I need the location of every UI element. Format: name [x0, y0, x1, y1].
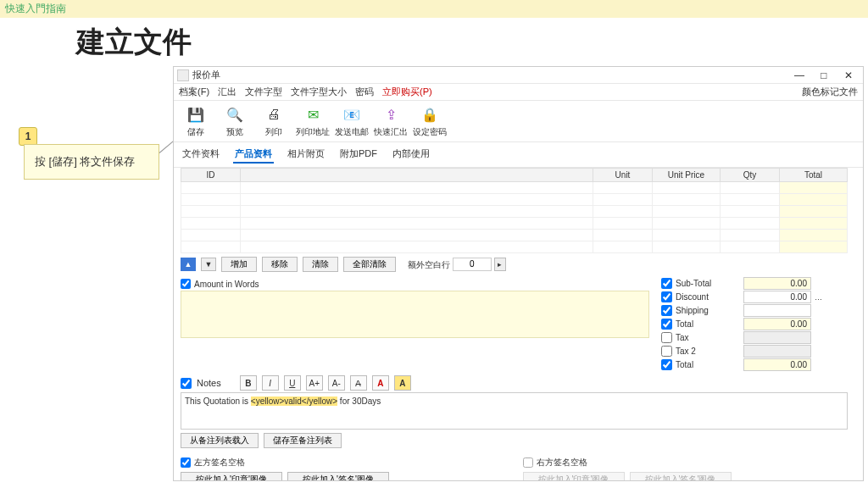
- amount-words-checkbox[interactable]: [181, 279, 191, 289]
- left-signature-panel: 左方签名空格 按此加入'印章'图像 按此加入'签名'图像 移除 移除 Date …: [181, 455, 506, 480]
- shipping-value[interactable]: [743, 304, 811, 317]
- minimize-button[interactable]: —: [788, 69, 810, 81]
- col-total: Total: [780, 169, 848, 182]
- print-address-button[interactable]: ✉ 列印地址: [296, 104, 330, 138]
- app-window: 报价单 — □ ✕ 档案(F) 汇出 文件字型 文件字型大小 密码 立即购买(P…: [173, 66, 864, 481]
- subtotal-label: Sub-Total: [676, 279, 740, 288]
- right-sig-check[interactable]: 右方签名空格: [523, 457, 849, 469]
- callout-1-badge: 1: [19, 127, 37, 146]
- table-row[interactable]: [181, 241, 848, 253]
- color-red-button[interactable]: A: [372, 375, 389, 391]
- total1-value: 0.00: [743, 318, 811, 330]
- extra-rows-stepper[interactable]: ▸: [494, 258, 506, 271]
- table-row[interactable]: [181, 218, 848, 230]
- add-row-button[interactable]: 增加: [221, 257, 257, 272]
- total2-checkbox[interactable]: [661, 359, 672, 370]
- clear-all-button[interactable]: 全部清除: [343, 257, 396, 272]
- font-inc-button[interactable]: A+: [306, 375, 323, 391]
- tab-document[interactable]: 文件资料: [181, 146, 221, 164]
- shipping-label: Shipping: [676, 306, 740, 315]
- tab-product[interactable]: 产品资料: [233, 146, 274, 164]
- table-row[interactable]: [181, 206, 848, 218]
- line-items-table[interactable]: ID Unit Unit Price Qty Total: [181, 168, 848, 253]
- subtotal-checkbox[interactable]: [661, 278, 672, 289]
- tax-checkbox[interactable]: [661, 332, 672, 343]
- tax2-label: Tax 2: [676, 347, 740, 356]
- print-button[interactable]: 🖨 列印: [257, 104, 291, 138]
- tabs: 文件资料 产品资料 相片附页 附加PDF 内部使用: [174, 142, 863, 168]
- print-label: 列印: [265, 126, 282, 138]
- notes-text-hl: <yellow>valid</yellow>: [251, 396, 337, 406]
- tax2-value[interactable]: [743, 345, 811, 358]
- table-row[interactable]: [181, 194, 848, 206]
- tax-value[interactable]: [743, 331, 811, 344]
- col-qty: Qty: [721, 169, 780, 182]
- table-row[interactable]: [181, 230, 848, 241]
- total2-label: Total: [676, 360, 740, 369]
- set-password-button[interactable]: 🔒 设定密码: [413, 104, 447, 138]
- tab-internal[interactable]: 内部使用: [391, 146, 431, 164]
- underline-button[interactable]: U: [284, 375, 301, 391]
- menu-font[interactable]: 文件字型: [245, 86, 282, 98]
- right-sig-label: 右方签名空格: [537, 457, 587, 469]
- menu-file[interactable]: 档案(F): [179, 86, 209, 98]
- extra-rows-input[interactable]: [453, 258, 492, 271]
- left-stamp-button[interactable]: 按此加入'印章'图像: [181, 472, 282, 480]
- move-up-button[interactable]: ▲: [181, 258, 196, 271]
- left-sig-check[interactable]: 左方签名空格: [181, 457, 506, 469]
- right-sig-checkbox[interactable]: [523, 458, 533, 468]
- amount-words-label: Amount in Words: [194, 280, 259, 289]
- discount-checkbox[interactable]: [661, 291, 672, 302]
- col-unitprice: Unit Price: [653, 169, 721, 182]
- clear-row-button[interactable]: 清除: [303, 257, 338, 272]
- save-icon: 💾: [186, 104, 206, 125]
- left-sign-button[interactable]: 按此加入'签名'图像: [287, 472, 389, 480]
- shipping-checkbox[interactable]: [661, 305, 672, 316]
- notes-toolbar: Notes B I U A+ A- A̶ A A: [181, 375, 848, 391]
- amount-words-check[interactable]: Amount in Words: [181, 279, 649, 289]
- strike-button[interactable]: A̶: [350, 375, 367, 391]
- page-title: 建立文件: [0, 18, 868, 65]
- toolbar: 💾 儲存 🔍 预览 🖨 列印 ✉ 列印地址 📧 发送电邮 ⇪ 快速汇出 🔒 设定…: [174, 101, 863, 142]
- addr-label: 列印地址: [296, 126, 330, 138]
- menu-password[interactable]: 密码: [355, 86, 374, 98]
- total1-checkbox[interactable]: [661, 319, 672, 330]
- tab-pdf[interactable]: 附加PDF: [338, 146, 379, 164]
- notes-label: Notes: [197, 378, 221, 388]
- print-icon: 🖨: [264, 104, 284, 125]
- amount-words-box[interactable]: [181, 291, 649, 338]
- quick-label: 快速汇出: [374, 126, 408, 138]
- guide-banner: 快速入門指南: [0, 0, 868, 18]
- preview-button[interactable]: 🔍 预览: [218, 104, 252, 138]
- font-dec-button[interactable]: A-: [328, 375, 345, 391]
- highlight-button[interactable]: A: [394, 375, 411, 391]
- save-notes-button[interactable]: 儲存至备注列表: [264, 433, 342, 448]
- close-button[interactable]: ✕: [837, 69, 860, 81]
- discount-value[interactable]: 0.00: [743, 291, 811, 303]
- menu-fontsize[interactable]: 文件字型大小: [291, 86, 347, 98]
- menu-color-tag[interactable]: 颜色标记文件: [802, 86, 858, 98]
- tax2-checkbox[interactable]: [661, 346, 672, 357]
- col-id: ID: [181, 169, 241, 182]
- save-button[interactable]: 💾 儲存: [179, 104, 213, 138]
- move-down-button[interactable]: ▼: [201, 258, 216, 271]
- quick-export-button[interactable]: ⇪ 快速汇出: [374, 104, 408, 138]
- maximize-button[interactable]: □: [813, 69, 835, 81]
- left-sig-checkbox[interactable]: [181, 458, 191, 468]
- mail-label: 发送电邮: [335, 126, 369, 138]
- tax-label: Tax: [676, 333, 740, 342]
- menu-export[interactable]: 汇出: [218, 86, 236, 98]
- table-row[interactable]: [181, 182, 848, 194]
- menu-buy-now[interactable]: 立即购买(P): [382, 86, 432, 98]
- tab-photo[interactable]: 相片附页: [286, 146, 326, 164]
- load-notes-button[interactable]: 从备注列表载入: [181, 433, 259, 448]
- notes-checkbox[interactable]: [181, 378, 192, 389]
- bold-button[interactable]: B: [240, 375, 257, 391]
- extra-rows-label: 额外空白行: [408, 259, 450, 269]
- send-email-button[interactable]: 📧 发送电邮: [335, 104, 369, 138]
- row-controls: ▲ ▼ 增加 移除 清除 全部清除 额外空白行 ▸: [181, 253, 848, 275]
- discount-more[interactable]: …: [815, 293, 822, 302]
- remove-row-button[interactable]: 移除: [262, 257, 298, 272]
- notes-textarea[interactable]: This Quotation is <yellow>valid</yellow>…: [181, 392, 848, 430]
- italic-button[interactable]: I: [262, 375, 279, 391]
